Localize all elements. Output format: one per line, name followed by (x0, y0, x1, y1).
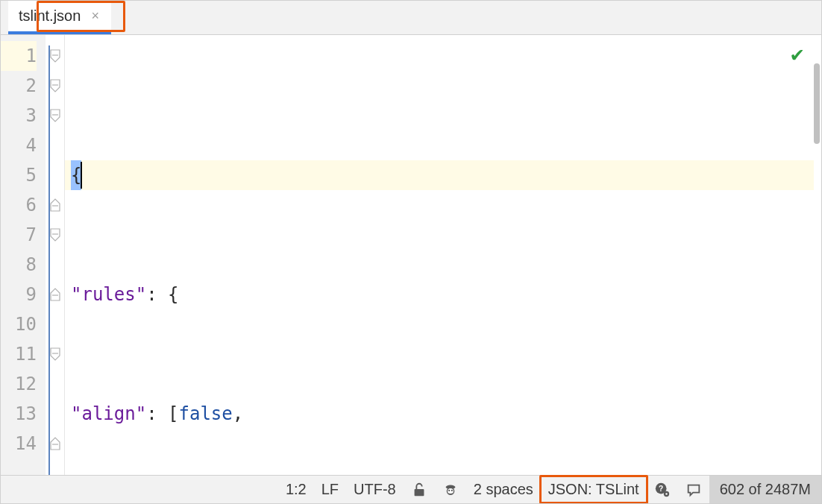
svg-point-12 (451, 489, 452, 491)
svg-point-16 (665, 493, 667, 494)
line-number[interactable]: 6 (1, 190, 37, 220)
line-number[interactable]: 5 (1, 160, 37, 190)
fold-handle-icon[interactable] (50, 347, 60, 361)
code-line[interactable]: { (65, 160, 814, 190)
tab-tslint-json[interactable]: tslint.json × (8, 1, 111, 34)
padlock-unlocked-icon[interactable] (404, 476, 435, 503)
line-number[interactable]: 14 (1, 429, 37, 459)
code-line[interactable]: "align": [false, (71, 399, 814, 429)
code-line[interactable]: "rules": { (71, 280, 814, 309)
line-number[interactable]: 2 (1, 71, 37, 101)
fold-handle-icon[interactable] (50, 79, 60, 92)
fold-handle-icon[interactable] (50, 228, 60, 242)
fold-handle-icon[interactable] (50, 109, 60, 122)
line-number[interactable]: 9 (1, 280, 37, 309)
svg-text:?: ? (659, 484, 663, 492)
help-settings-icon[interactable]: ? (647, 476, 678, 503)
vertical-scrollbar[interactable] (814, 35, 821, 475)
fold-handle-icon[interactable] (50, 198, 60, 212)
inspection-ok-icon[interactable]: ✔ (791, 40, 803, 69)
status-line-separator[interactable]: LF (314, 476, 346, 503)
editor: 1 2 3 4 5 6 7 8 9 10 11 12 13 14 ✔ { "ru… (1, 35, 821, 475)
status-file-type[interactable]: JSON: TSLint (541, 476, 647, 503)
inspector-hector-icon[interactable] (435, 476, 466, 503)
line-number[interactable]: 3 (1, 101, 37, 130)
line-number[interactable]: 12 (1, 369, 37, 399)
tabbar-spacer (1, 1, 8, 34)
fold-handle-icon[interactable] (50, 49, 60, 63)
notification-balloon-icon[interactable] (678, 476, 709, 503)
line-number[interactable]: 10 (1, 309, 37, 339)
fold-handle-icon[interactable] (50, 437, 60, 450)
status-memory-indicator[interactable]: 602 of 2487M (709, 476, 821, 503)
line-number[interactable]: 4 (1, 130, 37, 160)
gutter-fold (46, 35, 65, 475)
code-area[interactable]: ✔ { "rules": { "align": [false, "paramet… (65, 35, 814, 475)
fold-handle-icon[interactable] (50, 288, 60, 301)
status-indent[interactable]: 2 spaces (466, 476, 541, 503)
svg-rect-8 (414, 489, 424, 496)
gutter-line-numbers: 1 2 3 4 5 6 7 8 9 10 11 12 13 14 (1, 35, 46, 475)
scrollbar-thumb[interactable] (814, 63, 820, 144)
status-caret-position[interactable]: 1:2 (278, 476, 314, 503)
tab-label: tslint.json (19, 7, 81, 25)
svg-point-11 (448, 489, 450, 491)
close-icon[interactable]: × (88, 8, 102, 24)
line-number[interactable]: 1 (1, 41, 37, 71)
line-number[interactable]: 13 (1, 399, 37, 429)
line-number[interactable]: 7 (1, 220, 37, 250)
statusbar: 1:2 LF UTF-8 2 spaces JSON: TSLint ? 602… (1, 475, 821, 503)
line-number[interactable]: 11 (1, 339, 37, 369)
status-encoding[interactable]: UTF-8 (346, 476, 404, 503)
editor-tabbar: tslint.json × (1, 1, 821, 35)
line-number[interactable]: 8 (1, 250, 37, 280)
